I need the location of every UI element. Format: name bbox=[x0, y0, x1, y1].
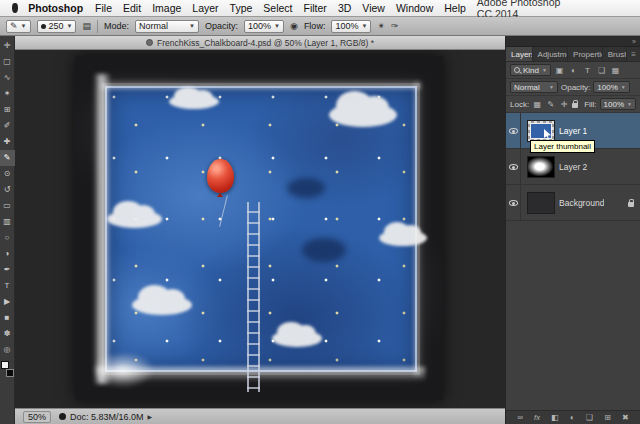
menu-type[interactable]: Type bbox=[230, 2, 253, 14]
eye-icon bbox=[509, 200, 518, 206]
visibility-toggle[interactable] bbox=[506, 185, 521, 220]
lock-all-icon[interactable] bbox=[572, 103, 578, 108]
menu-select[interactable]: Select bbox=[263, 2, 292, 14]
dodge-tool[interactable]: ◑ bbox=[0, 246, 15, 262]
eyedropper-tool[interactable]: ✐ bbox=[0, 118, 15, 134]
cloud bbox=[132, 295, 192, 315]
filter-type-layers-icon[interactable]: T bbox=[582, 64, 593, 76]
layer2-thumbnail[interactable] bbox=[527, 156, 555, 178]
tab-layers[interactable]: Layers bbox=[506, 47, 533, 61]
document-size-info[interactable]: Doc: 5.83M/16.0M ▶ bbox=[59, 412, 152, 422]
blend-mode-select[interactable]: Normal ▼ bbox=[135, 20, 199, 33]
blur-tool[interactable]: ○ bbox=[0, 230, 15, 246]
shape-tool[interactable]: ■ bbox=[0, 310, 15, 326]
menu-image[interactable]: Image bbox=[152, 2, 181, 14]
move-tool[interactable]: ✛ bbox=[0, 38, 15, 54]
layer1-thumbnail[interactable] bbox=[527, 120, 555, 142]
filter-kind-select[interactable]: Kind ▼ bbox=[510, 64, 551, 76]
chevron-down-icon: ▼ bbox=[21, 23, 27, 29]
lock-transparency-icon[interactable]: ▦ bbox=[532, 98, 542, 110]
fill-label: Fill: bbox=[584, 100, 596, 109]
chevron-down-icon: ▼ bbox=[67, 23, 73, 29]
layer-name[interactable]: Layer 2 bbox=[559, 162, 587, 172]
layer-row-layer1[interactable]: Layer 1 Layer thumbnail bbox=[506, 113, 640, 149]
menu-3d[interactable]: 3D bbox=[338, 2, 351, 14]
filter-shape-layers-icon[interactable]: ❏ bbox=[596, 64, 607, 76]
adjustment-layer-icon[interactable]: ◐ bbox=[570, 414, 575, 422]
layer-thumbnail-tooltip: Layer thumbnail bbox=[530, 140, 595, 153]
brush-panel-toggle-icon[interactable]: ▤ bbox=[82, 21, 91, 31]
status-popup-arrow-icon[interactable]: ▶ bbox=[148, 413, 153, 420]
magic-wand-tool[interactable]: ✶ bbox=[0, 86, 15, 102]
visibility-toggle[interactable] bbox=[506, 149, 521, 184]
tool-preset-picker[interactable]: ✎ ▼ bbox=[6, 20, 31, 33]
brush-tip-icon bbox=[41, 24, 46, 29]
layer-opacity-label: Opacity: bbox=[561, 83, 590, 92]
filter-pixel-layers-icon[interactable]: ▣ bbox=[554, 64, 565, 76]
menu-help[interactable]: Help bbox=[444, 2, 466, 14]
zoom-tool[interactable]: ◎ bbox=[0, 342, 15, 358]
lasso-tool[interactable]: ∿ bbox=[0, 70, 15, 86]
brush-preset-picker[interactable]: 250 ▼ bbox=[37, 20, 77, 33]
layer-effects-icon[interactable]: fx bbox=[534, 414, 540, 422]
menu-file[interactable]: File bbox=[95, 2, 112, 14]
pen-tool[interactable]: ✒ bbox=[0, 262, 15, 278]
clone-stamp-tool[interactable]: ⊙ bbox=[0, 166, 15, 182]
lock-position-icon[interactable]: ✛ bbox=[559, 98, 569, 110]
panel-menu-icon[interactable]: ≡ bbox=[627, 47, 640, 61]
layer-name[interactable]: Background bbox=[559, 198, 604, 208]
menu-filter[interactable]: Filter bbox=[304, 2, 327, 14]
marquee-tool[interactable]: ▢ bbox=[0, 54, 15, 70]
menu-view[interactable]: View bbox=[362, 2, 385, 14]
canvas[interactable] bbox=[15, 50, 505, 408]
size-pressure-icon[interactable]: ✑ bbox=[391, 21, 399, 31]
menu-edit[interactable]: Edit bbox=[123, 2, 141, 14]
visibility-toggle[interactable] bbox=[506, 113, 521, 148]
link-layers-icon[interactable]: ∞ bbox=[517, 414, 523, 422]
eraser-tool[interactable]: ▭ bbox=[0, 198, 15, 214]
airbrush-icon[interactable]: ✴ bbox=[377, 21, 385, 31]
flow-select[interactable]: 100% ▼ bbox=[331, 20, 371, 33]
opacity-pressure-icon[interactable]: ◉ bbox=[290, 21, 298, 31]
gradient-tool[interactable]: ▥ bbox=[0, 214, 15, 230]
document-tab[interactable]: FrenchKiss_Chalkboard-4.psd @ 50% (Layer… bbox=[15, 36, 505, 50]
crop-tool[interactable]: ⊞ bbox=[0, 102, 15, 118]
add-layer-mask-icon[interactable]: ◧ bbox=[551, 414, 559, 422]
layer-row-layer2[interactable]: Layer 2 bbox=[506, 149, 640, 185]
zoom-level-field[interactable]: 50% bbox=[23, 411, 51, 423]
history-brush-tool[interactable]: ↺ bbox=[0, 182, 15, 198]
collapse-panels-icon[interactable]: » bbox=[632, 38, 636, 45]
filter-smart-objects-icon[interactable]: ▦ bbox=[610, 64, 621, 76]
background-thumbnail[interactable] bbox=[527, 192, 555, 214]
tab-properties[interactable]: Properties bbox=[568, 47, 603, 61]
panel-dock: » Layers Adjustmen Properties Brush ≡ Ki… bbox=[505, 36, 640, 424]
layer-opacity-select[interactable]: 100% ▼ bbox=[593, 81, 629, 93]
layer-row-background[interactable]: Background bbox=[506, 185, 640, 221]
chevron-down-icon: ▼ bbox=[274, 23, 280, 29]
type-tool[interactable]: T bbox=[0, 278, 15, 294]
delete-layer-icon[interactable]: ✖ bbox=[622, 414, 629, 422]
path-selection-tool[interactable]: ▶ bbox=[0, 294, 15, 310]
menu-layer[interactable]: Layer bbox=[192, 2, 218, 14]
layer-name[interactable]: Layer 1 bbox=[559, 126, 587, 136]
brush-tool[interactable]: ✎ bbox=[0, 150, 15, 166]
healing-brush-tool[interactable]: ✚ bbox=[0, 134, 15, 150]
apple-menu-icon[interactable] bbox=[12, 3, 18, 13]
background-color-swatch[interactable] bbox=[6, 369, 14, 377]
opacity-select[interactable]: 100% ▼ bbox=[244, 20, 284, 33]
tab-brush[interactable]: Brush bbox=[603, 47, 628, 61]
new-layer-icon[interactable]: ⊞ bbox=[604, 414, 611, 422]
tab-adjustments[interactable]: Adjustmen bbox=[533, 47, 569, 61]
layer-group-icon[interactable]: ❏ bbox=[586, 414, 593, 422]
foreground-color-swatch[interactable] bbox=[1, 361, 9, 369]
menu-photoshop[interactable]: Photoshop bbox=[28, 2, 83, 14]
fill-select[interactable]: 100% ▼ bbox=[600, 98, 636, 110]
dark-cloud bbox=[287, 178, 325, 198]
layer-filter-row: Kind ▼ ▣ ◐ T ❏ ▦ bbox=[506, 62, 640, 79]
hand-tool[interactable]: ✽ bbox=[0, 326, 15, 342]
layer-blend-mode-select[interactable]: Normal ▼ bbox=[510, 81, 558, 93]
lock-pixels-icon[interactable]: ✎ bbox=[546, 98, 556, 110]
filter-adjustment-layers-icon[interactable]: ◐ bbox=[568, 64, 579, 76]
color-swatches[interactable] bbox=[1, 361, 14, 377]
menu-window[interactable]: Window bbox=[396, 2, 433, 14]
